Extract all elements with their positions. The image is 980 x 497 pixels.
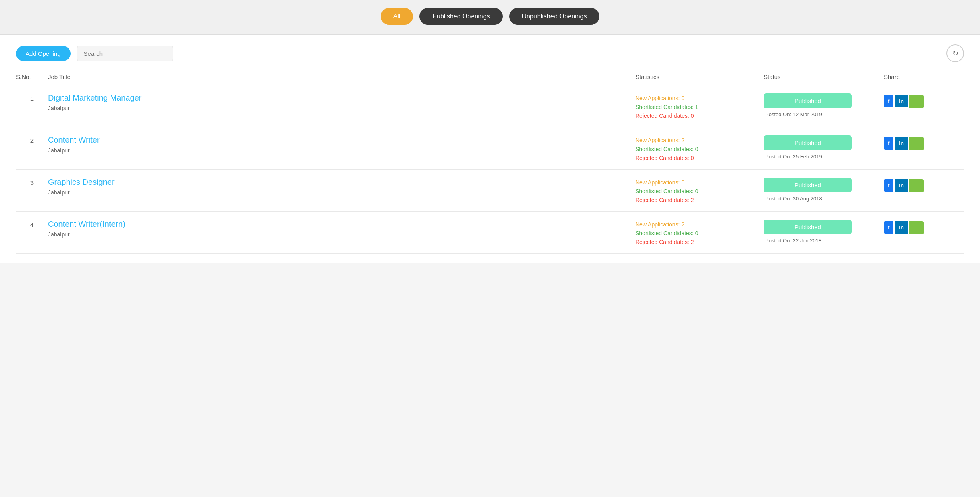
- share-col: f in ⸻: [884, 220, 964, 234]
- rejected-candidates: Rejected Candidates: 0: [635, 113, 764, 119]
- new-applications: New Applications: 2: [635, 137, 764, 143]
- status-badge: Published: [764, 220, 852, 234]
- share-more-button[interactable]: ⸻: [909, 179, 924, 192]
- status-badge: Published: [764, 178, 852, 192]
- job-title-link[interactable]: Content Writer: [48, 135, 635, 145]
- posted-on: Posted On: 22 Jun 2018: [764, 238, 884, 244]
- shortlisted-candidates: Shortlisted Candidates: 1: [635, 104, 764, 110]
- share-more-icon: ⸻: [913, 140, 920, 147]
- table-row: 1 Digital Marketing Manager Jabalpur New…: [16, 85, 964, 127]
- new-applications: New Applications: 0: [635, 179, 764, 186]
- filter-published-button[interactable]: Published Openings: [419, 8, 502, 25]
- rejected-candidates: Rejected Candidates: 0: [635, 155, 764, 161]
- posted-on: Posted On: 30 Aug 2018: [764, 196, 884, 202]
- filter-bar: All Published Openings Unpublished Openi…: [0, 0, 980, 35]
- col-status: Status: [764, 73, 884, 80]
- status-badge: Published: [764, 135, 852, 150]
- filter-all-button[interactable]: All: [381, 8, 413, 25]
- rejected-candidates: Rejected Candidates: 2: [635, 239, 764, 245]
- share-more-button[interactable]: ⸻: [909, 95, 924, 108]
- job-location: Jabalpur: [48, 147, 635, 154]
- job-info: Digital Marketing Manager Jabalpur: [48, 93, 635, 111]
- new-applications: New Applications: 0: [635, 95, 764, 101]
- status-col: Published Posted On: 25 Feb 2019: [764, 135, 884, 160]
- table-row: 3 Graphics Designer Jabalpur New Applica…: [16, 170, 964, 212]
- share-more-button[interactable]: ⸻: [909, 137, 924, 150]
- posted-on: Posted On: 12 Mar 2019: [764, 111, 884, 117]
- job-info: Content Writer(Intern) Jabalpur: [48, 220, 635, 238]
- job-location: Jabalpur: [48, 231, 635, 238]
- share-col: f in ⸻: [884, 93, 964, 108]
- status-col: Published Posted On: 22 Jun 2018: [764, 220, 884, 244]
- share-linkedin-button[interactable]: in: [895, 137, 908, 150]
- job-location: Jabalpur: [48, 105, 635, 111]
- share-linkedin-button[interactable]: in: [895, 221, 908, 234]
- share-facebook-button[interactable]: f: [884, 95, 893, 107]
- row-number: 1: [16, 93, 48, 102]
- share-more-icon: ⸻: [913, 224, 920, 231]
- share-more-icon: ⸻: [913, 98, 920, 105]
- col-share: Share: [884, 73, 964, 80]
- share-more-icon: ⸻: [913, 182, 920, 189]
- row-number: 4: [16, 220, 48, 228]
- statistics-col: New Applications: 0 Shortlisted Candidat…: [635, 178, 764, 203]
- job-title-link[interactable]: Content Writer(Intern): [48, 220, 635, 229]
- rejected-candidates: Rejected Candidates: 2: [635, 197, 764, 203]
- add-opening-button[interactable]: Add Opening: [16, 46, 71, 61]
- statistics-col: New Applications: 0 Shortlisted Candidat…: [635, 93, 764, 119]
- share-col: f in ⸻: [884, 178, 964, 192]
- shortlisted-candidates: Shortlisted Candidates: 0: [635, 188, 764, 194]
- status-badge: Published: [764, 93, 852, 108]
- filter-unpublished-button[interactable]: Unpublished Openings: [509, 8, 600, 25]
- table-row: 2 Content Writer Jabalpur New Applicatio…: [16, 127, 964, 170]
- job-info: Content Writer Jabalpur: [48, 135, 635, 154]
- share-facebook-button[interactable]: f: [884, 137, 893, 150]
- refresh-icon: ↻: [952, 49, 958, 58]
- share-linkedin-button[interactable]: in: [895, 95, 908, 107]
- table-row: 4 Content Writer(Intern) Jabalpur New Ap…: [16, 212, 964, 254]
- share-facebook-button[interactable]: f: [884, 221, 893, 234]
- job-title-link[interactable]: Graphics Designer: [48, 178, 635, 187]
- shortlisted-candidates: Shortlisted Candidates: 0: [635, 230, 764, 236]
- toolbar: Add Opening ↻: [16, 44, 964, 62]
- col-job-title: Job Title: [48, 73, 635, 80]
- share-more-button[interactable]: ⸻: [909, 221, 924, 234]
- posted-on: Posted On: 25 Feb 2019: [764, 154, 884, 160]
- status-col: Published Posted On: 12 Mar 2019: [764, 93, 884, 117]
- job-title-link[interactable]: Digital Marketing Manager: [48, 93, 635, 103]
- statistics-col: New Applications: 2 Shortlisted Candidat…: [635, 220, 764, 245]
- job-info: Graphics Designer Jabalpur: [48, 178, 635, 196]
- new-applications: New Applications: 2: [635, 221, 764, 228]
- share-col: f in ⸻: [884, 135, 964, 150]
- job-location: Jabalpur: [48, 189, 635, 196]
- col-sno: S.No.: [16, 73, 48, 80]
- row-number: 3: [16, 178, 48, 186]
- col-statistics: Statistics: [635, 73, 764, 80]
- table-header: S.No. Job Title Statistics Status Share: [16, 70, 964, 85]
- statistics-col: New Applications: 2 Shortlisted Candidat…: [635, 135, 764, 161]
- search-input[interactable]: [77, 46, 173, 61]
- main-content: Add Opening ↻ S.No. Job Title Statistics…: [0, 35, 980, 263]
- row-number: 2: [16, 135, 48, 144]
- share-linkedin-button[interactable]: in: [895, 179, 908, 192]
- refresh-button[interactable]: ↻: [946, 44, 964, 62]
- status-col: Published Posted On: 30 Aug 2018: [764, 178, 884, 202]
- table-body: 1 Digital Marketing Manager Jabalpur New…: [16, 85, 964, 254]
- shortlisted-candidates: Shortlisted Candidates: 0: [635, 146, 764, 152]
- share-facebook-button[interactable]: f: [884, 179, 893, 192]
